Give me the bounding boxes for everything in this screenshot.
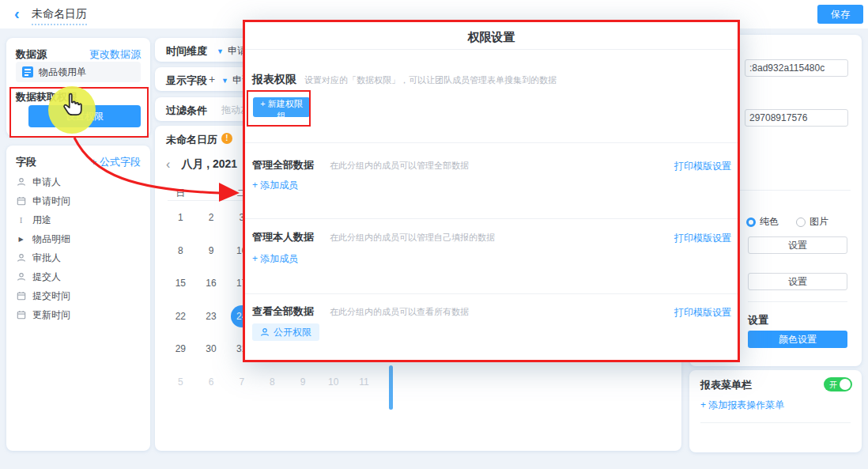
field-label: 申请人	[32, 176, 61, 189]
field-label: 提交人	[32, 270, 61, 284]
field-label: 审批人	[32, 252, 61, 265]
calendar-day-cell[interactable]: 22	[165, 311, 196, 322]
field-item[interactable]: 提交人	[16, 267, 141, 286]
group-title: 管理全部数据	[252, 158, 314, 172]
calendar-day-cell[interactable]: 8	[257, 376, 288, 388]
field-item[interactable]: 申请人	[16, 172, 141, 191]
page-title[interactable]: 未命名日历	[32, 7, 87, 25]
calendar-day-cell[interactable]: 23	[196, 311, 227, 322]
toggle-on-label: 开	[829, 380, 837, 391]
user-icon	[260, 327, 270, 337]
fields-panel: 字段 + 公式字段 申请人申请时间I用途▶物品明细审批人提交人提交时间更新时间	[6, 146, 150, 451]
weekday-label: 一	[196, 187, 227, 200]
color-setting-button[interactable]: 颜色设置	[748, 331, 847, 348]
calendar-day-cell[interactable]: 9	[196, 245, 227, 256]
calendar-day-cell[interactable]: 11	[349, 376, 379, 388]
calendar-day-cell[interactable]: 15	[165, 278, 196, 289]
set-permission-button[interactable]: 设置权限	[28, 105, 141, 127]
datasource-title: 数据源	[16, 47, 47, 62]
group-desc: 在此分组内的成员可以查看所有数据	[330, 306, 469, 318]
radio-solid-color[interactable]: 纯色	[746, 215, 779, 229]
field-item[interactable]: 申请时间	[16, 191, 141, 210]
print-template-link[interactable]: 打印模版设置	[674, 232, 731, 245]
calendar-icon	[16, 291, 26, 301]
setting-button-1[interactable]: 设置	[748, 236, 847, 254]
calendar-day-cell[interactable]: 1	[165, 212, 196, 223]
report-menu-panel: 报表菜单栏 开 + 添加报表操作菜单	[689, 370, 862, 452]
back-icon[interactable]: ‹	[14, 5, 20, 23]
calendar-day-cell[interactable]: 30	[196, 343, 227, 354]
calendar-day-cell[interactable]: 7	[226, 376, 257, 388]
field-label: 用途	[32, 214, 51, 227]
month-label: 八月 , 2021	[181, 157, 237, 172]
field-item[interactable]: I用途	[16, 210, 141, 229]
field-list: 申请人申请时间I用途▶物品明细审批人提交人提交时间更新时间	[16, 172, 141, 324]
calendar-day-cell[interactable]: 16	[196, 278, 227, 289]
report-menu-title: 报表菜单栏	[700, 378, 752, 392]
display-fields-label: 显示字段	[166, 74, 207, 88]
id-field-1[interactable]	[745, 59, 848, 77]
calendar-week-row: 567891011	[165, 376, 379, 388]
text-icon: I	[16, 215, 26, 225]
calendar-day-cell[interactable]: 2	[196, 212, 227, 223]
permission-settings-modal: 权限设置 报表权限 设置对应的「数据权限」，可以让团队成员管理表单搜集到的数据 …	[243, 20, 740, 362]
user-icon	[16, 253, 26, 263]
scrollbar-thumb[interactable]	[389, 365, 393, 410]
public-permission-chip[interactable]: 公开权限	[252, 323, 319, 341]
report-permission-title: 报表权限	[252, 73, 296, 87]
time-dimension-label: 时间维度	[166, 44, 207, 59]
report-menu-toggle[interactable]: 开	[824, 377, 852, 391]
setting-button-2[interactable]: 设置	[748, 273, 847, 290]
group-desc: 在此分组内的成员可以管理自己填报的数据	[330, 232, 495, 244]
public-permission-label: 公开权限	[274, 326, 311, 339]
user-icon	[16, 177, 26, 187]
calendar-day-cell[interactable]: 10	[318, 376, 349, 388]
datasource-name: 物品领用单	[39, 66, 86, 79]
calendar-day-cell[interactable]: 6	[196, 376, 227, 388]
filter-label: 过滤条件	[166, 104, 207, 118]
radio-solid-label: 纯色	[760, 215, 779, 229]
datasource-item[interactable]: 物品领用单	[16, 62, 141, 82]
datasource-panel: 数据源 更改数据源 物品领用单 数据获取权限 设置权限	[6, 38, 150, 136]
calendar-day-cell[interactable]: 8	[165, 245, 196, 256]
form-doc-icon	[22, 66, 33, 78]
background-type-radios: 纯色 图片	[746, 215, 828, 229]
field-label: 申请时间	[32, 195, 70, 208]
radio-selected-icon	[746, 217, 756, 227]
prev-month-icon[interactable]: ‹	[166, 157, 170, 172]
calendar-day-cell[interactable]: 9	[288, 376, 319, 388]
group-title: 查看全部数据	[252, 304, 314, 319]
id-field-2[interactable]	[745, 109, 848, 127]
field-label: 更新时间	[32, 308, 70, 322]
fields-title: 字段	[16, 155, 36, 169]
warning-icon: !	[221, 133, 232, 144]
print-template-link[interactable]: 打印模版设置	[674, 306, 731, 320]
calendar-day-cell[interactable]: 5	[165, 376, 196, 388]
field-item[interactable]: 更新时间	[16, 305, 141, 324]
field-item[interactable]: 审批人	[16, 248, 141, 267]
calendar-icon	[16, 196, 26, 206]
field-label: 提交时间	[32, 289, 70, 303]
user-icon	[16, 272, 26, 282]
add-report-menu-link[interactable]: + 添加报表操作菜单	[700, 399, 784, 412]
add-member-link[interactable]: + 添加成员	[252, 252, 298, 266]
chevron-down-icon: ▼	[217, 47, 224, 55]
calendar-day-cell[interactable]: 29	[165, 343, 196, 354]
field-item[interactable]: ▶物品明细	[16, 229, 141, 248]
report-permission-desc: 设置对应的「数据权限」，可以让团队成员管理表单搜集到的数据	[304, 74, 557, 86]
add-member-link[interactable]: + 添加成员	[252, 179, 298, 192]
add-display-field-icon[interactable]: +	[209, 73, 215, 85]
save-button[interactable]: 保存	[817, 5, 863, 24]
toggle-knob	[840, 379, 851, 390]
calendar-icon	[16, 310, 26, 320]
chevron-down-icon: ▼	[221, 77, 228, 85]
page: ‹ 未命名日历 保存 数据源 更改数据源 物品领用单 数据获取权限 设置权限 字…	[0, 0, 868, 469]
modal-title: 权限设置	[245, 30, 738, 45]
radio-image[interactable]: 图片	[796, 215, 828, 229]
new-permission-group-button[interactable]: + 新建权限组	[253, 97, 310, 117]
add-formula-field-link[interactable]: + 公式字段	[91, 155, 141, 169]
print-template-link[interactable]: 打印模版设置	[674, 160, 731, 173]
field-label: 物品明细	[32, 233, 70, 246]
field-item[interactable]: 提交时间	[16, 286, 141, 305]
change-datasource-link[interactable]: 更改数据源	[89, 47, 141, 62]
